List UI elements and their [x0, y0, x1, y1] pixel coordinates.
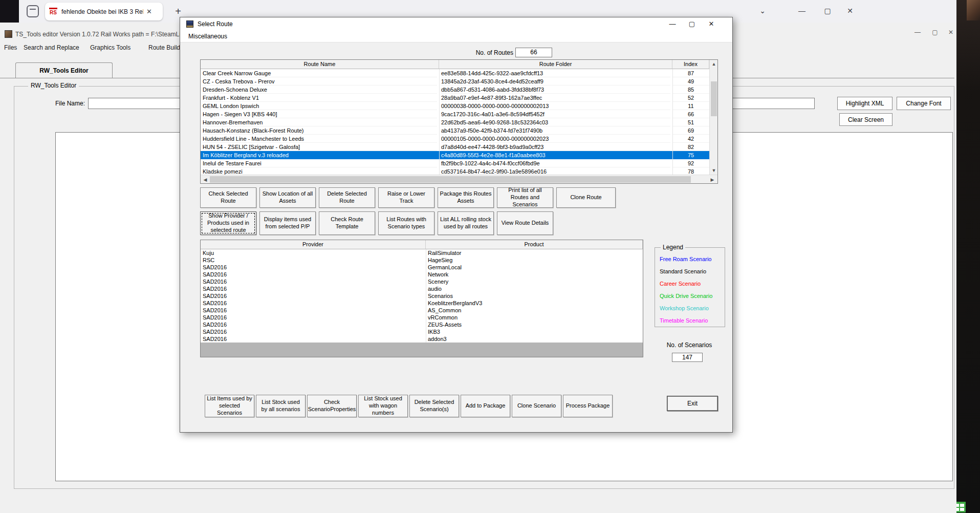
dialog-title: Select Route [198, 20, 233, 28]
legend-item: Career Scenario [660, 281, 701, 287]
delete-selected-scenario-s-button[interactable]: Delete Selected Scenario(s) [409, 395, 459, 417]
add-to-package-button[interactable]: Add to Package [461, 395, 510, 417]
check-route-template-button[interactable]: Check Route Template [319, 211, 375, 235]
scroll-down-icon[interactable]: ▼ [710, 168, 718, 173]
list-all-rolling-stock-used-by-all-routes-button[interactable]: List ALL rolling stock used by all route… [438, 211, 494, 235]
column-header-route-name[interactable]: Route Name [201, 60, 439, 69]
route-row[interactable]: HUN 54 - ZSELIC [Szigetvar - Galosfa]d7a… [201, 143, 709, 151]
column-header-product[interactable]: Product [426, 240, 643, 249]
provider-product-row[interactable]: SAD2016Scenarios [201, 292, 643, 300]
provider-product-row[interactable]: SAD2016ZEUS-Assets [201, 321, 643, 328]
change-font-button[interactable]: Change Font [897, 97, 951, 110]
provider-product-row[interactable]: SAD2016audio [201, 285, 643, 292]
avatar-image [967, 0, 980, 20]
provider-product-row[interactable]: SAD2016KoeblitzerBerglandV3 [201, 300, 643, 307]
main-close-button[interactable]: ✕ [943, 27, 959, 38]
list-stock-used-with-wagon-numbers-button[interactable]: List Stock used with wagon numbers [358, 395, 408, 417]
dialog-close-button[interactable]: ✕ [702, 17, 721, 30]
dialog-menubar: Miscellaneous [180, 31, 732, 42]
show-provider-products-used-in-selected-route-button[interactable]: Show Provider / Products used in selecte… [200, 211, 256, 235]
browser-close-button[interactable]: ✕ [842, 3, 858, 18]
check-scenarioproperties-button[interactable]: Check ScenarioProperties [307, 395, 357, 417]
provider-product-row[interactable]: SAD2016vRCommon [201, 314, 643, 321]
route-row[interactable]: CZ - Ceska Trebova - Prerov13845a2d-23af… [201, 77, 709, 86]
main-minimize-button[interactable]: — [910, 27, 925, 38]
browser-tab[interactable]: RS fehlende Obekte bei IKB 3 Reloa ✕ [45, 3, 163, 20]
dialog-maximize-button[interactable]: ▢ [682, 17, 702, 30]
tab-close-icon[interactable]: ✕ [146, 8, 152, 15]
provider-product-row[interactable]: SAD2016addon3 [201, 335, 643, 343]
column-header-provider[interactable]: Provider [201, 240, 426, 249]
route-row[interactable]: Clear Creek Narrow Gaugeee83e588-14dd-42… [201, 69, 709, 77]
show-location-of-all-assets-button[interactable]: Show Location of all Assets [259, 187, 316, 208]
route-row[interactable]: Hagen - Siegen V3 [KBS 440]9cac1720-316c… [201, 110, 709, 118]
view-route-details-button[interactable]: View Route Details [497, 211, 553, 235]
browser-menu-chevron-icon[interactable]: ⌄ [754, 3, 771, 18]
route-row[interactable]: Hannover-Bremerhaven22d62bd5-aea6-4e90-9… [201, 118, 709, 126]
scroll-left-icon[interactable]: ◀ [202, 177, 208, 182]
route-row[interactable]: GEML London Ipswich00000038-0000-0000-00… [201, 102, 709, 110]
exit-button[interactable]: Exit [667, 396, 718, 411]
column-header-route-folder[interactable]: Route Folder [439, 60, 672, 69]
route-row[interactable]: Hausach-Konstanz (Black-Forest Route)ab4… [201, 126, 709, 135]
vscroll-thumb[interactable] [711, 81, 717, 116]
process-package-button[interactable]: Process Package [563, 395, 613, 417]
legend-item: Timetable Scenario [660, 317, 708, 324]
menu-files[interactable]: Files [4, 44, 17, 51]
app-icon [5, 30, 12, 38]
rw-tools-groupbox-label: RW_Tools Editor [28, 82, 79, 89]
screen: RS fehlende Obekte bei IKB 3 Reloa ✕ + ⌄… [0, 0, 980, 513]
route-list-hscrollbar[interactable]: ◀ ▶ [201, 175, 717, 183]
package-this-routes-assets-button[interactable]: Package this Routes Assets [438, 187, 494, 208]
route-row[interactable]: Inelul de Testare Faureifb2f9bc9-1022-4a… [201, 159, 709, 167]
dialog-titlebar: Select Route — ▢ ✕ [180, 17, 732, 31]
raise-or-lower-track-button[interactable]: Raise or Lower Track [378, 187, 434, 208]
file-name-label: File Name: [51, 100, 85, 107]
provider-product-row[interactable]: SAD2016GermanLocal [201, 264, 643, 271]
tab-list-icon[interactable] [27, 5, 39, 17]
provider-product-row[interactable]: RSCHageSieg [201, 256, 643, 264]
column-separator [426, 249, 426, 343]
tab-rw-tools-editor[interactable]: RW_Tools Editor [15, 62, 113, 78]
column-separator [672, 69, 673, 175]
print-list-of-all-routes-and-scenarios-button[interactable]: Print list of all Routes and Scenarios [497, 187, 553, 208]
column-header-index[interactable]: Index [672, 60, 709, 69]
route-row[interactable]: Frankfurt - Koblenz V128a9ba07-e9ef-4e87… [201, 94, 709, 102]
route-list[interactable]: Route Name Route Folder Index Clear Cree… [200, 59, 718, 184]
highlight-xml-button[interactable]: Highlight XML [837, 97, 892, 110]
menu-search-and-replace[interactable]: Search and Replace [24, 44, 79, 51]
menu-graphics-tools[interactable]: Graphics Tools [90, 44, 130, 51]
provider-product-row[interactable]: KujuRailSimulator [201, 249, 643, 256]
clear-screen-button[interactable]: Clear Screen [839, 113, 892, 126]
hscroll-thumb[interactable] [210, 176, 691, 183]
provider-product-list[interactable]: Provider Product KujuRailSimulatorRSCHag… [200, 240, 643, 357]
route-row[interactable]: Dresden-Schoena Deluxedbb5a867-d531-4086… [201, 86, 709, 94]
scroll-up-icon[interactable]: ▲ [710, 61, 718, 67]
clone-route-button[interactable]: Clone Route [556, 187, 616, 208]
route-row[interactable]: Huddersfield Line - Manchester to Leeds0… [201, 135, 709, 143]
list-stock-used-by-all-scenarios-button[interactable]: List Stock used by all scenarios [256, 395, 306, 417]
route-list-vscrollbar[interactable]: ▲ ▼ [709, 60, 717, 175]
browser-minimize-button[interactable]: — [794, 3, 810, 18]
dialog-minimize-button[interactable]: — [663, 17, 682, 30]
provider-product-rows: KujuRailSimulatorRSCHageSiegSAD2016Germa… [201, 249, 643, 343]
clone-scenario-button[interactable]: Clone Scenario [512, 395, 561, 417]
delete-selected-route-button[interactable]: Delete Selected Route [319, 187, 375, 208]
provider-product-row[interactable]: SAD2016Scenery [201, 278, 643, 285]
provider-product-row[interactable]: SAD2016Network [201, 271, 643, 278]
dialog-icon [186, 20, 193, 28]
new-tab-button[interactable]: + [171, 4, 185, 18]
list-routes-with-scenario-types-button[interactable]: List Routes with Scenario types [378, 211, 434, 235]
legend-item: Standard Scenario [660, 268, 706, 274]
main-maximize-button[interactable]: ▢ [927, 27, 943, 38]
scroll-right-icon[interactable]: ▶ [709, 177, 715, 182]
browser-maximize-button[interactable]: ▢ [819, 3, 836, 18]
route-row[interactable]: Im Köblitzer Bergland v.3 reloadedc4a80d… [201, 151, 709, 159]
display-items-used-from-selected-p-p-button[interactable]: Display items used from selected P/P [259, 211, 316, 235]
menu-miscellaneous[interactable]: Miscellaneous [188, 33, 227, 40]
column-separator [439, 69, 440, 175]
check-selected-route-button[interactable]: Check Selected Route [200, 187, 256, 208]
provider-product-row[interactable]: SAD2016IKB3 [201, 328, 643, 335]
provider-product-row[interactable]: SAD2016AS_Common [201, 307, 643, 314]
list-items-used-by-selected-scenarios-button[interactable]: List Items used by selected Scenarios [205, 395, 254, 417]
